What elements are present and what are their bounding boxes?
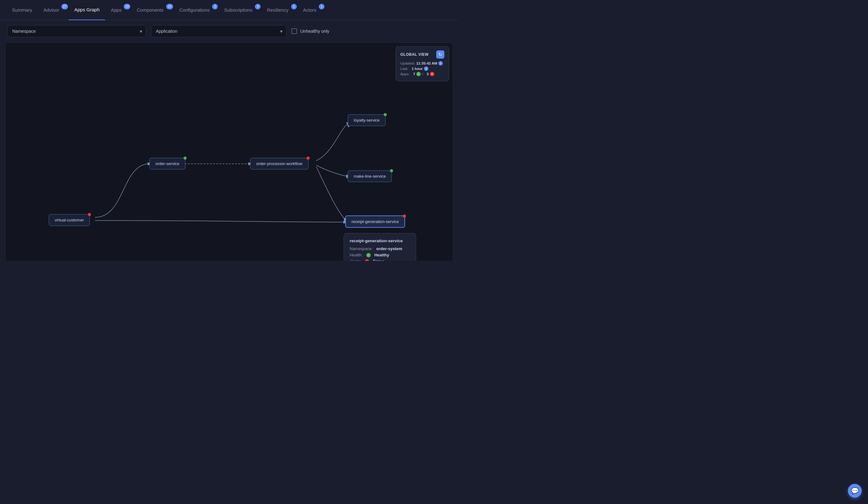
tab-label-apps-graph: Apps Graph <box>74 7 100 12</box>
node-label-loyalty-service: loyalty-service <box>354 118 380 122</box>
tab-summary[interactable]: Summary <box>6 0 38 20</box>
tab-label-components: Components <box>137 7 163 13</box>
tooltip-namespace-row: Namespace: order-system <box>350 246 410 251</box>
global-view-title: GLOBAL VIEW <box>400 52 428 57</box>
application-select-wrapper: Application <box>151 25 286 37</box>
node-tooltip: receipt-generation-service Namespace: or… <box>344 233 416 261</box>
dot-order-processor <box>307 157 310 160</box>
tab-label-configurations: Configurations <box>179 7 210 13</box>
tab-components[interactable]: Components 10 <box>131 0 173 20</box>
badge-actors: 1 <box>319 4 324 9</box>
tab-resiliency[interactable]: Resiliency 1 <box>261 0 297 20</box>
graph-connections <box>6 42 453 261</box>
updated-label: Updated: <box>400 61 415 65</box>
global-view-last-row: Last: 1 hour i <box>400 67 444 71</box>
node-label-virtual-customer: virtual-customer <box>55 218 84 222</box>
alerts-icon: ✕ <box>365 259 369 261</box>
tab-apps-graph[interactable]: Apps Graph <box>69 0 105 20</box>
unhealthy-checkbox[interactable] <box>291 28 297 34</box>
refresh-button[interactable]: ↻ <box>436 50 444 59</box>
badge-apps: 10 <box>124 4 130 9</box>
namespace-select[interactable]: Namespace <box>8 25 146 37</box>
badge-configurations: 2 <box>212 4 218 9</box>
last-label: Last: <box>400 67 408 71</box>
info-icon-last: i <box>424 67 428 71</box>
node-label-order-processor: order-processor-workflow <box>256 161 302 166</box>
toolbar: Namespace Application Unhealthy only <box>0 20 458 42</box>
apps-healthy-icon: ✓ <box>416 72 421 76</box>
tooltip-namespace-label: Namespace: <box>350 246 373 251</box>
badge-advisor: 27 <box>61 4 68 9</box>
node-label-make-line-service: make-line-service <box>354 174 386 179</box>
apps-label: Apps: <box>400 72 410 76</box>
apps-unhealthy-icon: ✕ <box>430 72 434 76</box>
unhealthy-label: Unhealthy only <box>300 29 330 34</box>
tab-apps[interactable]: Apps 10 <box>105 0 131 20</box>
global-view-header: GLOBAL VIEW ↻ <box>400 50 444 59</box>
apps-unhealthy-count: 3 <box>426 72 428 76</box>
tab-label-subscriptions: Subscriptions <box>224 7 252 13</box>
last-value: 1 hour <box>412 67 423 71</box>
tooltip-title: receipt-generation-service <box>350 239 410 243</box>
apps-healthy-count: 7 <box>413 72 415 76</box>
node-virtual-customer[interactable]: virtual-customer <box>49 214 90 226</box>
application-select[interactable]: Application <box>151 25 286 37</box>
node-make-line-service[interactable]: make-line-service <box>348 170 392 182</box>
global-view-apps-row: Apps: 7 ✓ / 3 ✕ <box>400 72 444 76</box>
graph-area: loyalty-service order-service order-proc… <box>5 42 453 261</box>
tooltip-alerts-value: Firing <box>373 259 384 261</box>
tooltip-alerts-row: Alerts: ✕ Firing <box>350 259 410 261</box>
tab-subscriptions[interactable]: Subscriptions 3 <box>218 0 261 20</box>
node-receipt-service[interactable]: receipt-generation-service <box>345 215 405 228</box>
node-order-service[interactable]: order-service <box>149 158 185 170</box>
info-icon-updated: i <box>438 61 443 65</box>
tab-label-advisor: Advisor <box>43 7 59 13</box>
updated-time: 11:35:42 AM <box>416 61 437 65</box>
global-view-panel: GLOBAL VIEW ↻ Updated: 11:35:42 AM i Las… <box>396 46 449 81</box>
apps-separator: / <box>422 72 423 76</box>
badge-subscriptions: 3 <box>255 4 261 9</box>
namespace-select-wrapper: Namespace <box>8 25 146 37</box>
tab-configurations[interactable]: Configurations 2 <box>174 0 219 20</box>
tab-label-summary: Summary <box>12 7 32 13</box>
node-label-receipt-service: receipt-generation-service <box>352 219 399 224</box>
nav-tabs: Summary Advisor 27 Apps Graph Apps 10 Co… <box>0 0 458 20</box>
tooltip-namespace-value: order-system <box>376 246 402 251</box>
badge-resiliency: 1 <box>291 4 297 9</box>
tab-label-apps: Apps <box>111 7 122 13</box>
tab-actors[interactable]: Actors 1 <box>297 0 326 20</box>
health-icon: ✓ <box>366 253 371 258</box>
dot-virtual-customer <box>88 213 91 216</box>
tab-label-resiliency: Resiliency <box>267 7 288 13</box>
node-label-order-service: order-service <box>155 161 179 166</box>
node-order-processor[interactable]: order-processor-workflow <box>250 158 308 170</box>
node-loyalty-service[interactable]: loyalty-service <box>348 114 385 126</box>
dot-receipt-service <box>403 214 406 218</box>
tooltip-health-label: Health: <box>350 253 363 258</box>
tooltip-health-row: Health: ✓ Healthy <box>350 253 410 258</box>
badge-components: 10 <box>166 4 173 9</box>
tooltip-health-value: Healthy <box>374 253 389 258</box>
dot-order-service <box>184 157 187 160</box>
tooltip-alerts-label: Alerts: <box>350 259 361 261</box>
tab-label-actors: Actors <box>303 7 317 13</box>
unhealthy-checkbox-label[interactable]: Unhealthy only <box>291 28 330 34</box>
dot-make-line-service <box>390 169 393 172</box>
global-view-updated-row: Updated: 11:35:42 AM i <box>400 61 444 65</box>
dot-loyalty-service <box>384 113 387 116</box>
tab-advisor[interactable]: Advisor 27 <box>38 0 69 20</box>
